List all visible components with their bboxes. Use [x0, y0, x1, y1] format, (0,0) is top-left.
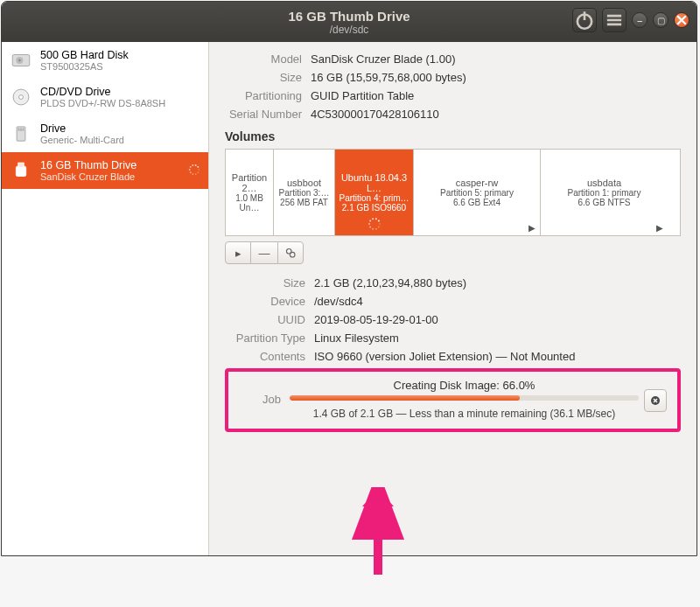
svg-point-35	[372, 218, 374, 220]
volumes-heading: Volumes	[225, 129, 681, 143]
device-sidebar: 500 GB Hard DiskST9500325ASCD/DVD DriveP…	[2, 42, 209, 555]
part-type-value: Linux Filesystem	[314, 331, 399, 345]
svg-point-20	[195, 173, 197, 175]
expand-icon: ▶	[656, 223, 663, 233]
annotation-arrow	[352, 487, 404, 587]
device-item-1[interactable]: CD/DVD DrivePLDS DVD+/-RW DS-8A8SH	[2, 79, 208, 115]
svg-point-34	[369, 220, 371, 221]
svg-point-19	[197, 171, 199, 173]
volume-toolbar: ▸ —	[225, 241, 681, 264]
device-item-2[interactable]: DriveGeneric- Multi-Card	[2, 115, 208, 152]
device-item-3[interactable]: 16 GB Thumb DriveSanDisk Cruzer Blade	[2, 152, 208, 189]
svg-point-9	[18, 59, 20, 61]
part-contents-value: ISO 9660 (version Joliet Extension) — No…	[314, 350, 575, 363]
svg-point-24	[190, 166, 192, 168]
device-sub: SanDisk Cruzer Blade	[40, 171, 201, 182]
svg-rect-15	[23, 129, 24, 131]
svg-point-11	[19, 95, 24, 100]
part-uuid-label: UUID	[225, 313, 314, 326]
volume-size: 6.6 GB NTFS	[578, 198, 630, 207]
svg-point-32	[369, 226, 371, 227]
volume-sub: Partition 4: prim…	[339, 193, 409, 203]
app-window: 16 GB Thumb Drive /dev/sdc ‒ ▢ 500 GB Ha…	[1, 1, 697, 556]
volume-sub: Partition 5: primary	[440, 188, 514, 198]
volume-size: 2.1 GB ISO9660	[342, 203, 406, 213]
volume-1[interactable]: usbbootPartition 3:…256 MB FAT	[274, 150, 335, 235]
serial-label: Serial Number	[225, 108, 311, 121]
card-icon	[9, 122, 33, 146]
device-name: 500 GB Hard Disk	[40, 49, 201, 61]
volume-size: 6.6 GB Ext4	[453, 198, 500, 207]
volume-name: Ubuntu 18.04.3 L…	[337, 172, 411, 193]
device-name: CD/DVD Drive	[40, 86, 201, 98]
drive-size-value: 16 GB (15,59,75,68,000 bytes)	[311, 71, 466, 84]
device-sub: ST9500325AS	[40, 61, 201, 72]
hdd-icon	[9, 48, 33, 73]
svg-rect-17	[18, 163, 24, 167]
volume-name: Partition 2…	[228, 172, 271, 193]
usb-icon	[9, 158, 33, 183]
volume-strip: Partition 2…1.0 MB Un…usbbootPartition 3…	[225, 149, 681, 236]
power-button[interactable]	[572, 8, 597, 32]
menu-button[interactable]	[602, 8, 626, 32]
part-uuid-value: 2019-08-05-19-29-01-00	[314, 313, 438, 326]
job-title: Creating Disk Image: 66.0%	[290, 379, 639, 392]
svg-point-18	[198, 169, 200, 171]
part-size-value: 2.1 GB (2,10,23,94,880 bytes)	[314, 276, 466, 290]
job-highlight: Job Creating Disk Image: 66.0% 1.4 GB of…	[225, 368, 681, 432]
svg-point-30	[374, 228, 376, 230]
drive-size-label: Size	[225, 71, 311, 84]
maximize-button[interactable]: ▢	[653, 12, 668, 28]
volume-sub: Partition 1: primary	[568, 188, 641, 198]
optical-icon	[9, 85, 33, 109]
device-name: 16 GB Thumb Drive	[40, 159, 201, 171]
volume-name: usbdata	[587, 178, 621, 188]
minimize-button[interactable]: ‒	[632, 12, 648, 28]
job-progress-fill	[290, 395, 520, 401]
svg-point-27	[197, 166, 199, 168]
volume-size: 1.0 MB Un…	[228, 193, 271, 213]
part-type-label: Partition Type	[225, 331, 314, 345]
partitioning-value: GUID Partition Table	[311, 89, 414, 102]
svg-point-28	[378, 223, 380, 225]
serial-value: 4C530000170428106110	[311, 108, 439, 121]
model-label: Model	[225, 52, 311, 66]
volume-sub: Partition 3:…	[279, 188, 330, 198]
volume-3[interactable]: casper-rwPartition 5: primary6.6 GB Ext4…	[414, 150, 541, 235]
job-label: Job	[237, 393, 290, 406]
model-value: SanDisk Cruzer Blade (1.00)	[311, 52, 455, 66]
svg-point-23	[189, 169, 191, 171]
volume-name: usbboot	[287, 178, 321, 188]
delete-partition-button[interactable]: —	[251, 241, 277, 264]
volume-0[interactable]: Partition 2…1.0 MB Un…	[226, 150, 274, 235]
partitioning-label: Partitioning	[225, 89, 311, 102]
part-device-value: /dev/sdc4	[314, 295, 363, 308]
close-button[interactable]	[674, 12, 690, 28]
volume-settings-button[interactable]	[277, 241, 304, 264]
device-sub: PLDS DVD+/-RW DS-8A8SH	[40, 98, 201, 108]
svg-point-36	[374, 218, 376, 220]
volume-name: casper-rw	[456, 178, 498, 188]
volume-size: 256 MB FAT	[280, 198, 328, 207]
cancel-job-button[interactable]	[644, 389, 667, 412]
svg-point-33	[368, 223, 369, 225]
device-sub: Generic- Multi-Card	[40, 135, 201, 145]
titlebar: 16 GB Thumb Drive /dev/sdc ‒ ▢	[2, 2, 696, 42]
content-pane: ModelSanDisk Cruzer Blade (1.00) Size16 …	[209, 42, 696, 555]
part-size-label: Size	[225, 276, 314, 290]
svg-point-29	[377, 226, 379, 227]
svg-point-39	[290, 252, 295, 257]
job-progress	[290, 395, 639, 401]
volume-4[interactable]: usbdataPartition 1: primary6.6 GB NTFS▶	[541, 150, 668, 235]
svg-point-22	[190, 171, 192, 173]
device-name: Drive	[40, 122, 201, 135]
device-item-0[interactable]: 500 GB Hard DiskST9500325AS	[2, 42, 208, 79]
mount-button[interactable]: ▸	[225, 241, 251, 264]
job-detail: 1.4 GB of 2.1 GB — Less than a minute re…	[290, 408, 639, 420]
svg-point-37	[377, 220, 379, 221]
svg-point-25	[192, 164, 193, 166]
svg-point-21	[192, 173, 193, 175]
svg-rect-13	[18, 129, 20, 131]
volume-2[interactable]: Ubuntu 18.04.3 L…Partition 4: prim…2.1 G…	[335, 150, 414, 235]
part-contents-label: Contents	[225, 350, 314, 363]
